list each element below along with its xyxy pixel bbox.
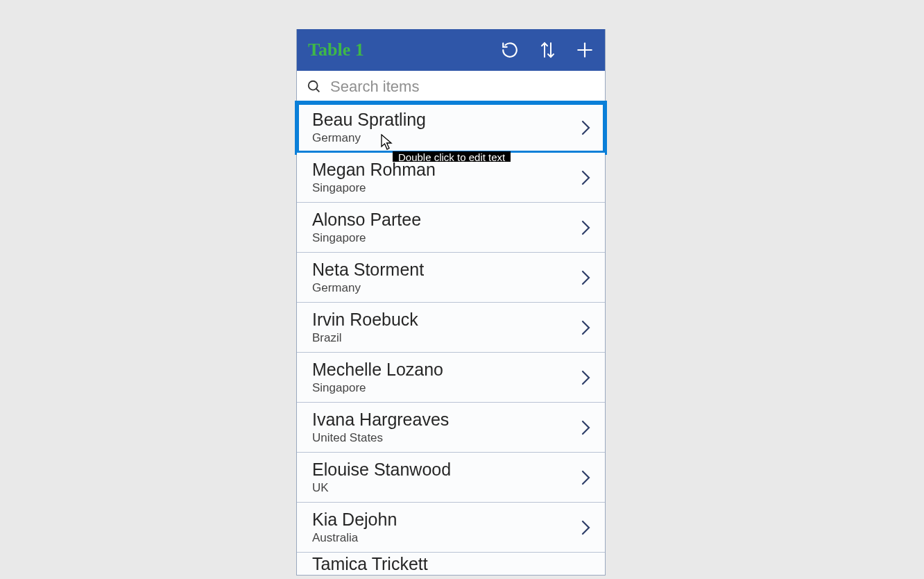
- chevron-right-icon: [579, 219, 594, 236]
- item-title: Mechelle Lozano: [312, 360, 579, 380]
- item-title: Ivana Hargreaves: [312, 410, 579, 430]
- item-title: Neta Storment: [312, 260, 579, 280]
- item-text: Alonso ParteeSingapore: [312, 210, 579, 245]
- list-item[interactable]: Megan RohmanSingapore: [297, 153, 605, 203]
- search-input[interactable]: [330, 78, 597, 96]
- chevron-right-icon: [579, 169, 594, 186]
- chevron-right-icon: [579, 419, 594, 436]
- item-text: Irvin RoebuckBrazil: [312, 310, 579, 345]
- item-title: Tamica Trickett: [312, 553, 594, 574]
- item-text: Beau SpratlingGermany: [312, 110, 579, 145]
- item-text: Kia DejohnAustralia: [312, 510, 579, 545]
- svg-line-5: [316, 88, 320, 92]
- item-subtitle: Singapore: [312, 181, 579, 195]
- list-item[interactable]: Tamica Trickett: [297, 553, 605, 575]
- item-subtitle: Brazil: [312, 331, 579, 345]
- item-subtitle: Germany: [312, 281, 579, 295]
- item-subtitle: Australia: [312, 531, 579, 545]
- list-item[interactable]: Mechelle LozanoSingapore: [297, 353, 605, 403]
- item-subtitle: Germany: [312, 131, 579, 145]
- item-text: Ivana HargreavesUnited States: [312, 410, 579, 445]
- list-item[interactable]: Irvin RoebuckBrazil: [297, 303, 605, 353]
- item-text: Mechelle LozanoSingapore: [312, 360, 579, 395]
- chevron-right-icon: [579, 119, 594, 136]
- refresh-button[interactable]: [499, 40, 520, 60]
- header-title: Table 1: [308, 40, 499, 60]
- sort-icon: [539, 40, 556, 60]
- refresh-icon: [501, 41, 519, 59]
- item-subtitle: United States: [312, 431, 579, 445]
- item-subtitle: Singapore: [312, 381, 579, 395]
- list-item[interactable]: Neta StormentGermany: [297, 253, 605, 303]
- item-title: Beau Spratling: [312, 110, 579, 130]
- item-title: Megan Rohman: [312, 160, 579, 180]
- item-text: Neta StormentGermany: [312, 260, 579, 295]
- item-text: Elouise StanwoodUK: [312, 460, 579, 495]
- search-row: [297, 71, 605, 103]
- chevron-right-icon: [579, 369, 594, 386]
- list-item[interactable]: Kia DejohnAustralia: [297, 503, 605, 553]
- items-list: Beau SpratlingGermanyMegan RohmanSingapo…: [297, 103, 605, 575]
- header-bar: Table 1: [297, 29, 605, 71]
- chevron-right-icon: [579, 469, 594, 486]
- sort-button[interactable]: [537, 40, 558, 60]
- chevron-right-icon: [579, 269, 594, 286]
- search-icon: [307, 79, 322, 94]
- item-subtitle: Singapore: [312, 231, 579, 245]
- list-item[interactable]: Beau SpratlingGermany: [297, 103, 605, 153]
- plus-icon: [576, 41, 594, 59]
- item-title: Kia Dejohn: [312, 510, 579, 530]
- list-item[interactable]: Elouise StanwoodUK: [297, 453, 605, 503]
- add-button[interactable]: [574, 40, 595, 60]
- svg-point-4: [309, 81, 318, 90]
- item-title: Alonso Partee: [312, 210, 579, 230]
- header-actions: [499, 40, 595, 60]
- item-subtitle: UK: [312, 481, 579, 495]
- chevron-right-icon: [579, 319, 594, 336]
- app-panel: Table 1: [296, 29, 606, 576]
- item-title: Elouise Stanwood: [312, 460, 579, 480]
- chevron-right-icon: [579, 519, 594, 536]
- item-text: Tamica Trickett: [312, 553, 594, 574]
- item-title: Irvin Roebuck: [312, 310, 579, 330]
- list-item[interactable]: Alonso ParteeSingapore: [297, 203, 605, 253]
- list-item[interactable]: Ivana HargreavesUnited States: [297, 403, 605, 453]
- item-text: Megan RohmanSingapore: [312, 160, 579, 195]
